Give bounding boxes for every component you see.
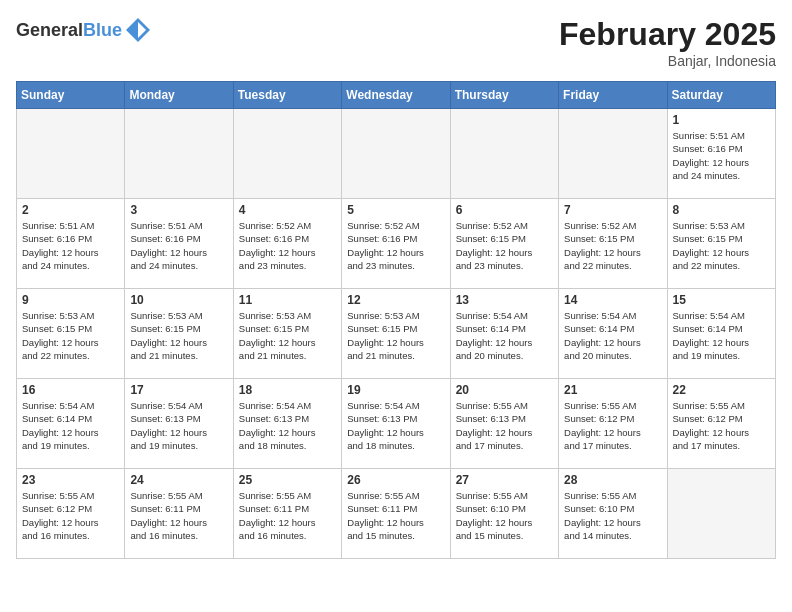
day-number: 16 [22, 383, 119, 397]
day-cell [559, 109, 667, 199]
day-number: 28 [564, 473, 661, 487]
logo-icon [124, 16, 152, 44]
day-number: 24 [130, 473, 227, 487]
day-info: Sunrise: 5:54 AM Sunset: 6:13 PM Dayligh… [239, 399, 336, 452]
day-info: Sunrise: 5:55 AM Sunset: 6:13 PM Dayligh… [456, 399, 553, 452]
day-number: 15 [673, 293, 770, 307]
title-block: February 2025 Banjar, Indonesia [559, 16, 776, 69]
day-info: Sunrise: 5:54 AM Sunset: 6:13 PM Dayligh… [347, 399, 444, 452]
day-info: Sunrise: 5:53 AM Sunset: 6:15 PM Dayligh… [22, 309, 119, 362]
header-monday: Monday [125, 82, 233, 109]
day-info: Sunrise: 5:53 AM Sunset: 6:15 PM Dayligh… [673, 219, 770, 272]
week-row-4: 23Sunrise: 5:55 AM Sunset: 6:12 PM Dayli… [17, 469, 776, 559]
day-cell: 8Sunrise: 5:53 AM Sunset: 6:15 PM Daylig… [667, 199, 775, 289]
month-title: February 2025 [559, 16, 776, 53]
day-cell: 20Sunrise: 5:55 AM Sunset: 6:13 PM Dayli… [450, 379, 558, 469]
day-number: 9 [22, 293, 119, 307]
day-number: 18 [239, 383, 336, 397]
header-friday: Friday [559, 82, 667, 109]
day-cell: 14Sunrise: 5:54 AM Sunset: 6:14 PM Dayli… [559, 289, 667, 379]
day-number: 3 [130, 203, 227, 217]
day-number: 6 [456, 203, 553, 217]
day-info: Sunrise: 5:54 AM Sunset: 6:14 PM Dayligh… [564, 309, 661, 362]
day-info: Sunrise: 5:53 AM Sunset: 6:15 PM Dayligh… [239, 309, 336, 362]
day-number: 20 [456, 383, 553, 397]
location: Banjar, Indonesia [559, 53, 776, 69]
day-cell: 26Sunrise: 5:55 AM Sunset: 6:11 PM Dayli… [342, 469, 450, 559]
day-cell: 7Sunrise: 5:52 AM Sunset: 6:15 PM Daylig… [559, 199, 667, 289]
day-info: Sunrise: 5:54 AM Sunset: 6:13 PM Dayligh… [130, 399, 227, 452]
day-cell: 4Sunrise: 5:52 AM Sunset: 6:16 PM Daylig… [233, 199, 341, 289]
day-number: 11 [239, 293, 336, 307]
page-header: GeneralBlue February 2025 Banjar, Indone… [16, 16, 776, 69]
day-cell: 16Sunrise: 5:54 AM Sunset: 6:14 PM Dayli… [17, 379, 125, 469]
day-info: Sunrise: 5:53 AM Sunset: 6:15 PM Dayligh… [347, 309, 444, 362]
day-cell: 6Sunrise: 5:52 AM Sunset: 6:15 PM Daylig… [450, 199, 558, 289]
day-number: 10 [130, 293, 227, 307]
day-cell [233, 109, 341, 199]
day-cell: 13Sunrise: 5:54 AM Sunset: 6:14 PM Dayli… [450, 289, 558, 379]
day-info: Sunrise: 5:55 AM Sunset: 6:12 PM Dayligh… [673, 399, 770, 452]
day-cell: 10Sunrise: 5:53 AM Sunset: 6:15 PM Dayli… [125, 289, 233, 379]
day-info: Sunrise: 5:52 AM Sunset: 6:16 PM Dayligh… [347, 219, 444, 272]
day-cell [450, 109, 558, 199]
day-number: 4 [239, 203, 336, 217]
day-info: Sunrise: 5:55 AM Sunset: 6:11 PM Dayligh… [130, 489, 227, 542]
day-number: 1 [673, 113, 770, 127]
day-number: 7 [564, 203, 661, 217]
day-cell: 27Sunrise: 5:55 AM Sunset: 6:10 PM Dayli… [450, 469, 558, 559]
week-row-3: 16Sunrise: 5:54 AM Sunset: 6:14 PM Dayli… [17, 379, 776, 469]
week-row-0: 1Sunrise: 5:51 AM Sunset: 6:16 PM Daylig… [17, 109, 776, 199]
day-number: 14 [564, 293, 661, 307]
day-info: Sunrise: 5:51 AM Sunset: 6:16 PM Dayligh… [22, 219, 119, 272]
header-wednesday: Wednesday [342, 82, 450, 109]
day-info: Sunrise: 5:52 AM Sunset: 6:15 PM Dayligh… [564, 219, 661, 272]
day-cell: 2Sunrise: 5:51 AM Sunset: 6:16 PM Daylig… [17, 199, 125, 289]
day-cell [342, 109, 450, 199]
day-info: Sunrise: 5:51 AM Sunset: 6:16 PM Dayligh… [130, 219, 227, 272]
day-info: Sunrise: 5:54 AM Sunset: 6:14 PM Dayligh… [22, 399, 119, 452]
day-info: Sunrise: 5:55 AM Sunset: 6:10 PM Dayligh… [564, 489, 661, 542]
day-number: 23 [22, 473, 119, 487]
day-info: Sunrise: 5:52 AM Sunset: 6:16 PM Dayligh… [239, 219, 336, 272]
day-info: Sunrise: 5:55 AM Sunset: 6:10 PM Dayligh… [456, 489, 553, 542]
day-info: Sunrise: 5:55 AM Sunset: 6:11 PM Dayligh… [239, 489, 336, 542]
day-cell: 21Sunrise: 5:55 AM Sunset: 6:12 PM Dayli… [559, 379, 667, 469]
header-tuesday: Tuesday [233, 82, 341, 109]
day-info: Sunrise: 5:54 AM Sunset: 6:14 PM Dayligh… [456, 309, 553, 362]
day-number: 8 [673, 203, 770, 217]
day-number: 25 [239, 473, 336, 487]
day-cell: 23Sunrise: 5:55 AM Sunset: 6:12 PM Dayli… [17, 469, 125, 559]
day-cell: 5Sunrise: 5:52 AM Sunset: 6:16 PM Daylig… [342, 199, 450, 289]
logo-general: General [16, 20, 83, 40]
day-cell: 12Sunrise: 5:53 AM Sunset: 6:15 PM Dayli… [342, 289, 450, 379]
week-row-2: 9Sunrise: 5:53 AM Sunset: 6:15 PM Daylig… [17, 289, 776, 379]
day-number: 19 [347, 383, 444, 397]
day-cell [667, 469, 775, 559]
day-cell: 25Sunrise: 5:55 AM Sunset: 6:11 PM Dayli… [233, 469, 341, 559]
logo: GeneralBlue [16, 16, 152, 44]
logo-blue: Blue [83, 20, 122, 40]
day-number: 27 [456, 473, 553, 487]
day-number: 17 [130, 383, 227, 397]
day-info: Sunrise: 5:52 AM Sunset: 6:15 PM Dayligh… [456, 219, 553, 272]
day-info: Sunrise: 5:53 AM Sunset: 6:15 PM Dayligh… [130, 309, 227, 362]
day-number: 21 [564, 383, 661, 397]
header-saturday: Saturday [667, 82, 775, 109]
day-cell: 24Sunrise: 5:55 AM Sunset: 6:11 PM Dayli… [125, 469, 233, 559]
day-cell: 11Sunrise: 5:53 AM Sunset: 6:15 PM Dayli… [233, 289, 341, 379]
day-cell: 22Sunrise: 5:55 AM Sunset: 6:12 PM Dayli… [667, 379, 775, 469]
day-cell: 15Sunrise: 5:54 AM Sunset: 6:14 PM Dayli… [667, 289, 775, 379]
day-number: 2 [22, 203, 119, 217]
day-cell: 18Sunrise: 5:54 AM Sunset: 6:13 PM Dayli… [233, 379, 341, 469]
day-info: Sunrise: 5:55 AM Sunset: 6:12 PM Dayligh… [22, 489, 119, 542]
day-number: 26 [347, 473, 444, 487]
header-thursday: Thursday [450, 82, 558, 109]
day-cell: 9Sunrise: 5:53 AM Sunset: 6:15 PM Daylig… [17, 289, 125, 379]
day-info: Sunrise: 5:54 AM Sunset: 6:14 PM Dayligh… [673, 309, 770, 362]
day-number: 5 [347, 203, 444, 217]
week-row-1: 2Sunrise: 5:51 AM Sunset: 6:16 PM Daylig… [17, 199, 776, 289]
day-info: Sunrise: 5:51 AM Sunset: 6:16 PM Dayligh… [673, 129, 770, 182]
day-cell [125, 109, 233, 199]
day-number: 13 [456, 293, 553, 307]
